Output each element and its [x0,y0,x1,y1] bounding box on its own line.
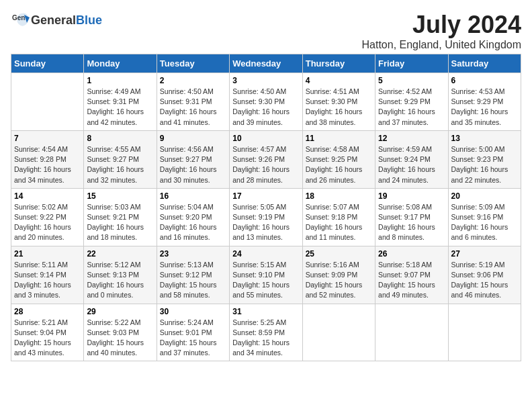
day-info: Sunrise: 4:52 AM Sunset: 9:29 PM Dayligh… [378,87,445,128]
day-info: Sunrise: 4:59 AM Sunset: 9:24 PM Dayligh… [378,144,445,185]
day-info: Sunrise: 5:16 AM Sunset: 9:09 PM Dayligh… [306,260,372,301]
day-info: Sunrise: 4:57 AM Sunset: 9:26 PM Dayligh… [232,144,299,185]
title-block: July 2024 Hatton, England, United Kingdo… [362,11,521,51]
calendar-day-cell: 1Sunrise: 4:49 AM Sunset: 9:31 PM Daylig… [84,73,157,131]
calendar-week-row: 7Sunrise: 4:54 AM Sunset: 9:28 PM Daylig… [11,130,521,188]
day-number: 20 [451,191,518,201]
day-info: Sunrise: 5:11 AM Sunset: 9:14 PM Dayligh… [14,260,81,301]
day-number: 5 [378,76,445,85]
day-number: 24 [232,249,299,259]
day-number: 7 [14,134,81,143]
calendar-day-cell: 7Sunrise: 4:54 AM Sunset: 9:28 PM Daylig… [11,130,84,188]
day-number: 2 [160,76,226,85]
day-number: 29 [87,307,153,316]
day-info: Sunrise: 5:24 AM Sunset: 9:01 PM Dayligh… [160,318,226,359]
day-info: Sunrise: 5:21 AM Sunset: 9:04 PM Dayligh… [14,318,81,359]
calendar-week-row: 28Sunrise: 5:21 AM Sunset: 9:04 PM Dayli… [11,304,521,361]
day-info: Sunrise: 5:09 AM Sunset: 9:16 PM Dayligh… [451,202,518,243]
day-number: 3 [232,76,299,85]
calendar-day-cell: 18Sunrise: 5:07 AM Sunset: 9:18 PM Dayli… [302,188,375,246]
location-subtitle: Hatton, England, United Kingdom [362,39,521,51]
calendar-day-cell: 12Sunrise: 4:59 AM Sunset: 9:24 PM Dayli… [375,130,448,188]
day-info: Sunrise: 5:02 AM Sunset: 9:22 PM Dayligh… [14,202,81,243]
calendar-day-cell: 15Sunrise: 5:03 AM Sunset: 9:21 PM Dayli… [84,188,157,246]
day-info: Sunrise: 4:53 AM Sunset: 9:29 PM Dayligh… [451,87,518,128]
calendar-day-cell: 25Sunrise: 5:16 AM Sunset: 9:09 PM Dayli… [302,246,375,304]
day-of-week-header: Saturday [448,54,521,73]
calendar-day-cell: 6Sunrise: 4:53 AM Sunset: 9:29 PM Daylig… [448,73,521,131]
day-info: Sunrise: 4:50 AM Sunset: 9:30 PM Dayligh… [232,87,299,128]
day-number: 25 [306,249,372,259]
calendar-day-cell: 20Sunrise: 5:09 AM Sunset: 9:16 PM Dayli… [448,188,521,246]
day-number: 15 [87,191,153,201]
logo-blue-text: Blue [76,13,102,27]
calendar-day-cell: 28Sunrise: 5:21 AM Sunset: 9:04 PM Dayli… [11,304,84,361]
day-info: Sunrise: 5:19 AM Sunset: 9:06 PM Dayligh… [451,260,518,301]
day-info: Sunrise: 5:12 AM Sunset: 9:13 PM Dayligh… [87,260,153,301]
day-info: Sunrise: 5:18 AM Sunset: 9:07 PM Dayligh… [378,260,445,301]
day-of-week-header: Sunday [11,54,84,73]
day-info: Sunrise: 5:25 AM Sunset: 8:59 PM Dayligh… [232,318,299,359]
day-number: 8 [87,134,153,143]
day-of-week-header: Friday [375,54,448,73]
day-number: 6 [451,76,518,85]
day-info: Sunrise: 4:55 AM Sunset: 9:27 PM Dayligh… [87,144,153,185]
day-info: Sunrise: 4:54 AM Sunset: 9:28 PM Dayligh… [14,144,81,185]
day-of-week-header: Wednesday [230,54,302,73]
calendar-week-row: 1Sunrise: 4:49 AM Sunset: 9:31 PM Daylig… [11,73,521,131]
calendar-day-cell: 13Sunrise: 5:00 AM Sunset: 9:23 PM Dayli… [448,130,521,188]
calendar-day-cell: 2Sunrise: 4:50 AM Sunset: 9:31 PM Daylig… [157,73,229,131]
day-number: 1 [87,76,153,85]
month-year-title: July 2024 [362,11,521,39]
calendar-day-cell: 26Sunrise: 5:18 AM Sunset: 9:07 PM Dayli… [375,246,448,304]
calendar-day-cell: 5Sunrise: 4:52 AM Sunset: 9:29 PM Daylig… [375,73,448,131]
day-number: 28 [14,307,81,316]
day-info: Sunrise: 5:04 AM Sunset: 9:20 PM Dayligh… [160,202,226,243]
day-number: 21 [14,249,81,259]
calendar-day-cell: 3Sunrise: 4:50 AM Sunset: 9:30 PM Daylig… [230,73,302,131]
logo-general-text: General [31,13,76,27]
day-info: Sunrise: 4:50 AM Sunset: 9:31 PM Dayligh… [160,87,226,128]
day-of-week-header: Monday [84,54,157,73]
day-number: 22 [87,249,153,259]
day-number: 4 [306,76,372,85]
calendar-day-cell: 23Sunrise: 5:13 AM Sunset: 9:12 PM Dayli… [157,246,229,304]
calendar-week-row: 21Sunrise: 5:11 AM Sunset: 9:14 PM Dayli… [11,246,521,304]
day-of-week-header: Tuesday [157,54,229,73]
day-number: 10 [232,134,299,143]
day-number: 30 [160,307,226,316]
calendar-body: 1Sunrise: 4:49 AM Sunset: 9:31 PM Daylig… [11,73,521,361]
day-number: 16 [160,191,226,201]
day-info: Sunrise: 4:56 AM Sunset: 9:27 PM Dayligh… [160,144,226,185]
calendar-day-cell [302,304,375,361]
day-info: Sunrise: 5:05 AM Sunset: 9:19 PM Dayligh… [232,202,299,243]
calendar-header-row: SundayMondayTuesdayWednesdayThursdayFrid… [11,54,521,73]
calendar-table: SundayMondayTuesdayWednesdayThursdayFrid… [11,54,521,361]
calendar-day-cell: 11Sunrise: 4:58 AM Sunset: 9:25 PM Dayli… [302,130,375,188]
calendar-day-cell: 14Sunrise: 5:02 AM Sunset: 9:22 PM Dayli… [11,188,84,246]
calendar-day-cell: 17Sunrise: 5:05 AM Sunset: 9:19 PM Dayli… [230,188,302,246]
calendar-day-cell [448,304,521,361]
day-number: 13 [451,134,518,143]
day-number: 12 [378,134,445,143]
day-number: 26 [378,249,445,259]
calendar-day-cell: 9Sunrise: 4:56 AM Sunset: 9:27 PM Daylig… [157,130,229,188]
calendar-day-cell: 27Sunrise: 5:19 AM Sunset: 9:06 PM Dayli… [448,246,521,304]
day-number: 11 [306,134,372,143]
calendar-day-cell [11,73,84,131]
day-info: Sunrise: 5:22 AM Sunset: 9:03 PM Dayligh… [87,318,153,359]
calendar-day-cell: 19Sunrise: 5:08 AM Sunset: 9:17 PM Dayli… [375,188,448,246]
calendar-day-cell: 31Sunrise: 5:25 AM Sunset: 8:59 PM Dayli… [230,304,302,361]
calendar-day-cell: 21Sunrise: 5:11 AM Sunset: 9:14 PM Dayli… [11,246,84,304]
day-number: 19 [378,191,445,201]
day-info: Sunrise: 4:49 AM Sunset: 9:31 PM Dayligh… [87,87,153,128]
day-info: Sunrise: 5:00 AM Sunset: 9:23 PM Dayligh… [451,144,518,185]
day-info: Sunrise: 5:08 AM Sunset: 9:17 PM Dayligh… [378,202,445,243]
day-number: 31 [232,307,299,316]
day-number: 23 [160,249,226,259]
day-info: Sunrise: 5:03 AM Sunset: 9:21 PM Dayligh… [87,202,153,243]
day-number: 27 [451,249,518,259]
day-info: Sunrise: 5:13 AM Sunset: 9:12 PM Dayligh… [160,260,226,301]
calendar-day-cell: 24Sunrise: 5:15 AM Sunset: 9:10 PM Dayli… [230,246,302,304]
calendar-day-cell [375,304,448,361]
